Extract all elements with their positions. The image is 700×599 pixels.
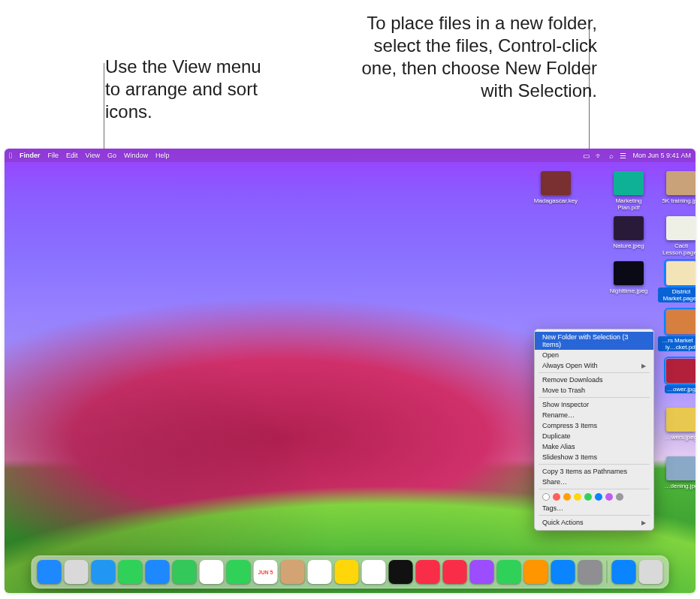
- context-menu-item[interactable]: Move to Trash: [535, 385, 653, 396]
- menu-file[interactable]: File: [48, 152, 59, 159]
- file-thumbnail: [666, 456, 695, 480]
- macos-desktop[interactable]:  Finder File Edit View Go Window Help ▭…: [5, 149, 695, 593]
- desktop-file-icon[interactable]: …dening.jpg: [658, 456, 695, 489]
- tag-color-dot[interactable]: [595, 493, 602, 501]
- menu-separator: [539, 397, 650, 398]
- dock-app-podcasts[interactable]: [470, 560, 494, 584]
- dock-app-calendar[interactable]: JUN 5: [254, 560, 278, 584]
- menubar[interactable]:  Finder File Edit View Go Window Help ▭…: [5, 149, 695, 162]
- spotlight-icon[interactable]: ⌕: [609, 152, 614, 160]
- dock-app-messages[interactable]: [119, 560, 143, 584]
- battery-icon[interactable]: ▭: [583, 152, 590, 160]
- desktop-file-icon[interactable]: …ower.jpg: [658, 359, 695, 393]
- menubar-right: ▭ ᯤ ⌕ ☰ Mon Jun 5 9:41 AM: [583, 152, 691, 160]
- tag-color-dot[interactable]: [553, 493, 560, 501]
- context-menu-item[interactable]: Duplicate: [535, 431, 653, 441]
- dock-app-freeform[interactable]: [362, 560, 386, 584]
- tag-color-dot[interactable]: [574, 493, 581, 501]
- dock-app-mail[interactable]: [146, 560, 170, 584]
- file-label: Nighttime.jpeg: [609, 287, 647, 294]
- menu-separator: [539, 464, 650, 465]
- dock-app-news[interactable]: [443, 560, 467, 584]
- context-menu-item-label: Copy 3 Items as Pathnames: [542, 468, 627, 475]
- dock-app-reminders[interactable]: [308, 560, 332, 584]
- context-menu-item-quick-actions[interactable]: Quick Actions▶: [535, 517, 653, 528]
- file-thumbnail: [666, 359, 695, 383]
- file-label: 5K training.jpg: [662, 197, 695, 204]
- desktop-file-icon[interactable]: 5K training.jpg: [658, 171, 695, 204]
- desktop-file-icon[interactable]: Marketing Plan.pdf: [605, 171, 652, 211]
- menu-go[interactable]: Go: [107, 152, 116, 159]
- menu-separator: [539, 515, 650, 516]
- context-menu-item-label: New Folder with Selection (3 Items): [542, 333, 646, 348]
- dock-app-notes[interactable]: [335, 560, 359, 584]
- dock-app-safari[interactable]: [92, 560, 116, 584]
- menu-help[interactable]: Help: [155, 152, 170, 159]
- context-menu-item-label: Duplicate: [542, 432, 571, 440]
- tag-color-dot[interactable]: [616, 493, 623, 501]
- dock-app-facetime[interactable]: [227, 560, 251, 584]
- context-menu-item[interactable]: Copy 3 Items as Pathnames: [535, 466, 653, 477]
- context-menu-item[interactable]: Compress 3 Items: [535, 420, 653, 431]
- callouts: Use the View menu to arrange and sort ic…: [0, 0, 700, 150]
- file-thumbnail: [614, 171, 644, 195]
- context-menu-item[interactable]: Make Alias: [535, 441, 653, 452]
- dock-app-contacts[interactable]: [281, 560, 305, 584]
- tag-color-dot[interactable]: [605, 493, 613, 501]
- context-menu-item[interactable]: Show Inspector: [535, 399, 653, 410]
- dock-app-maps[interactable]: [173, 560, 197, 584]
- menubar-datetime[interactable]: Mon Jun 5 9:41 AM: [632, 152, 691, 159]
- context-menu-item[interactable]: Remove Downloads: [535, 375, 653, 385]
- menu-view[interactable]: View: [86, 152, 100, 159]
- dock-app-tv[interactable]: [389, 560, 413, 584]
- desktop-file-icon[interactable]: Nighttime.jpeg: [605, 261, 652, 294]
- context-menu-item-label: Make Alias: [542, 443, 575, 450]
- context-menu-item-label: Slideshow 3 Items: [542, 453, 597, 461]
- chevron-right-icon: ▶: [641, 363, 646, 369]
- dock-app-settings[interactable]: [578, 560, 602, 584]
- control-center-icon[interactable]: ☰: [620, 152, 626, 160]
- desktop-file-icon[interactable]: Cacti Lesson.pages: [658, 216, 695, 256]
- desktop-file-icon[interactable]: Madagascar.key: [533, 171, 579, 204]
- context-menu-item[interactable]: New Folder with Selection (3 Items): [535, 332, 653, 350]
- context-menu-item-tags[interactable]: Tags…: [535, 503, 653, 513]
- desktop-file-icon[interactable]: Nature.jpeg: [605, 216, 652, 249]
- menu-window[interactable]: Window: [124, 152, 148, 159]
- file-thumbnail: [666, 310, 695, 334]
- context-menu-item[interactable]: Always Open With▶: [535, 360, 653, 371]
- dock[interactable]: JUN 5: [32, 555, 669, 588]
- context-menu-item-label: Compress 3 Items: [542, 422, 597, 429]
- dock-app-finder[interactable]: [38, 560, 62, 584]
- dock-app-pages[interactable]: [524, 560, 548, 584]
- desktop-file-icon[interactable]: …wers.jpeg: [658, 408, 695, 441]
- menu-edit[interactable]: Edit: [66, 152, 78, 159]
- dock-app-photos[interactable]: [200, 560, 224, 584]
- tag-color-dot[interactable]: [584, 493, 592, 501]
- tag-color-dot[interactable]: [542, 493, 550, 501]
- menubar-left:  Finder File Edit View Go Window Help: [9, 151, 169, 160]
- file-label: District Market.pages: [658, 287, 695, 303]
- dock-app-numbers[interactable]: [497, 560, 521, 584]
- context-menu-item-label: Remove Downloads: [542, 376, 603, 384]
- context-menu-item-label: Open: [542, 351, 559, 359]
- dock-app-music[interactable]: [416, 560, 440, 584]
- menubar-app-name[interactable]: Finder: [20, 152, 41, 159]
- dock-app-downloads[interactable]: [612, 560, 636, 584]
- desktop-file-icon[interactable]: …rs Market …ly…cket.pdf: [658, 310, 695, 351]
- tag-color-dot[interactable]: [563, 493, 571, 501]
- dock-app-launchpad[interactable]: [65, 560, 89, 584]
- wifi-icon[interactable]: ᯤ: [596, 152, 603, 160]
- context-menu-item[interactable]: Open: [535, 350, 653, 360]
- context-menu-item[interactable]: Share…: [535, 477, 653, 487]
- dock-app-trash[interactable]: [639, 560, 663, 584]
- desktop-file-icon[interactable]: District Market.pages: [658, 261, 695, 303]
- context-menu-item-label: Rename…: [542, 411, 575, 419]
- apple-menu-icon[interactable]: : [9, 151, 12, 160]
- file-thumbnail: [614, 216, 644, 240]
- dock-app-appstore[interactable]: [551, 560, 575, 584]
- context-menu-item[interactable]: Slideshow 3 Items: [535, 452, 653, 462]
- context-menu-item[interactable]: Rename…: [535, 410, 653, 420]
- context-menu[interactable]: New Folder with Selection (3 Items)OpenA…: [534, 329, 654, 531]
- menu-separator: [539, 489, 650, 489]
- callout-view-menu: Use the View menu to arrange and sort ic…: [105, 56, 278, 123]
